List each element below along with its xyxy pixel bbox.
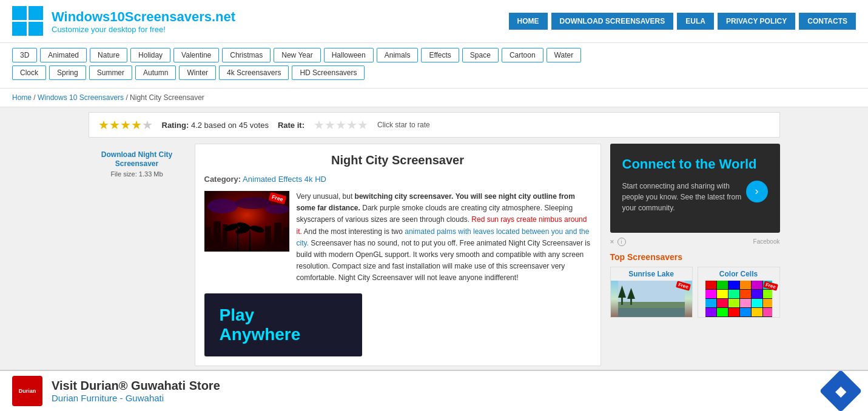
rating-stars-display: ★★★★★: [98, 118, 153, 132]
contacts-button[interactable]: CONTACTS: [799, 13, 856, 30]
svg-rect-8: [204, 227, 210, 246]
rating-votes: 45: [239, 121, 247, 130]
svg-rect-40: [705, 299, 716, 307]
screensaver-card-color: Color Cells: [698, 267, 780, 318]
logo-text: Windows10Screensavers.net Customize your…: [52, 9, 235, 34]
cat-holiday[interactable]: Holiday: [130, 48, 170, 62]
svg-rect-28: [705, 281, 716, 289]
svg-rect-42: [728, 299, 739, 307]
category-label: Category:: [204, 175, 241, 184]
category-line: Category: Animated Effects 4k HD: [204, 175, 591, 184]
ad-controls: × i: [610, 238, 626, 246]
connect-arrow-button[interactable]: ›: [746, 181, 768, 202]
breadcrumb: Home / Windows 10 Screensavers / Night C…: [0, 89, 868, 107]
screensaver-block: Free Very unusual, but bewitching city s…: [204, 191, 591, 284]
svg-rect-50: [752, 308, 762, 316]
svg-rect-47: [717, 308, 728, 316]
cat-christmas[interactable]: Christmas: [222, 48, 271, 62]
svg-rect-2: [12, 22, 27, 36]
download-link[interactable]: Download Night City Screensaver: [101, 150, 172, 168]
play-anywhere-banner: PlayAnywhere: [204, 293, 362, 356]
svg-rect-9: [214, 221, 221, 246]
connect-title: Connect to the World: [622, 156, 768, 173]
cat-link-4k[interactable]: 4k: [304, 175, 313, 184]
cat-cartoon[interactable]: Cartoon: [502, 48, 543, 62]
site-title: Windows10Screensavers.net: [52, 9, 235, 25]
logo-area: Windows10Screensavers.net Customize your…: [12, 6, 235, 36]
color-cells-image: Free: [698, 281, 779, 317]
ad-info-button[interactable]: i: [617, 238, 626, 246]
ad-close-button[interactable]: ×: [610, 238, 614, 246]
rating-label: Rating:: [162, 121, 189, 130]
cat-link-hd[interactable]: HD: [315, 175, 326, 184]
breadcrumb-home[interactable]: Home: [12, 93, 32, 102]
breadcrumb-current: Night City Screensaver: [130, 93, 204, 102]
color-cells-title[interactable]: Color Cells: [698, 267, 779, 281]
cat-animals[interactable]: Animals: [377, 48, 419, 62]
cat-link-animated[interactable]: Animated: [243, 175, 276, 184]
svg-rect-36: [728, 290, 739, 298]
svg-rect-45: [763, 299, 772, 307]
svg-point-5: [207, 199, 238, 213]
cat-autumn[interactable]: Autumn: [135, 65, 176, 80]
svg-rect-30: [728, 281, 739, 289]
screensaver-thumbnail: Free: [204, 191, 289, 284]
thumbnail-image: Free: [204, 191, 289, 252]
svg-rect-38: [752, 290, 762, 298]
svg-rect-3: [29, 22, 43, 36]
screensaver-card-sunrise: Sunrise Lake Free: [610, 267, 693, 318]
category-bar: 3D Animated Nature Holiday Valentine Chr…: [0, 43, 868, 89]
svg-rect-44: [752, 299, 762, 307]
home-button[interactable]: HOME: [509, 13, 548, 30]
cat-clock[interactable]: Clock: [12, 65, 46, 80]
category-row-2: Clock Spring Summer Autumn Winter 4k Scr…: [12, 65, 856, 80]
windows-logo-icon: [12, 6, 45, 36]
category-row-1: 3D Animated Nature Holiday Valentine Chr…: [12, 48, 856, 62]
cat-nature[interactable]: Nature: [90, 48, 127, 62]
rating-score: 4.2: [191, 121, 202, 130]
sunrise-lake-title[interactable]: Sunrise Lake: [611, 267, 692, 281]
svg-rect-11: [265, 226, 271, 246]
download-button[interactable]: DOWNLOAD SCREENSAVERS: [551, 13, 674, 30]
rating-based: based on: [204, 121, 237, 130]
eula-button[interactable]: EULA: [677, 13, 714, 30]
svg-rect-32: [752, 281, 762, 289]
svg-rect-29: [717, 281, 728, 289]
site-subtitle: Customize your desktop for free!: [52, 25, 235, 34]
cat-link-effects[interactable]: Effects: [278, 175, 303, 184]
svg-rect-35: [717, 290, 728, 298]
privacy-button[interactable]: PRIVACY POLICY: [718, 13, 795, 30]
cat-hd[interactable]: HD Screensavers: [292, 65, 365, 80]
download-box: Download Night City Screensaver File siz…: [89, 144, 186, 184]
cat-animated[interactable]: Animated: [40, 48, 87, 62]
cat-water[interactable]: Water: [547, 48, 582, 62]
connect-box: Connect to the World Start connecting an…: [610, 144, 780, 233]
cat-effects[interactable]: Effects: [421, 48, 459, 62]
svg-rect-34: [705, 290, 716, 298]
cat-winter[interactable]: Winter: [179, 65, 216, 80]
click-star-label: Click star to rate: [377, 121, 430, 129]
svg-rect-46: [705, 308, 716, 316]
breadcrumb-windows10[interactable]: Windows 10 Screensavers: [38, 93, 124, 102]
cat-new-year[interactable]: New Year: [274, 48, 320, 62]
cat-valentine[interactable]: Valentine: [173, 48, 219, 62]
sunrise-lake-image: Free: [611, 281, 692, 317]
cat-4k[interactable]: 4k Screensavers: [219, 65, 289, 80]
ad-footer: × i Facebook: [610, 238, 780, 246]
cat-halloween[interactable]: Halloween: [324, 48, 374, 62]
rate-stars[interactable]: ★★★★★: [314, 118, 368, 132]
file-size: File size: 1.33 Mb: [95, 170, 180, 178]
svg-rect-51: [763, 308, 772, 316]
cat-summer[interactable]: Summer: [89, 65, 132, 80]
play-anywhere-title: PlayAnywhere: [220, 306, 347, 344]
rating-wrapper: ★★★★★ Rating: 4.2 based on 45 votes Rate…: [76, 107, 792, 138]
cat-3d[interactable]: 3D: [12, 48, 37, 62]
cat-spring[interactable]: Spring: [49, 65, 86, 80]
cat-space[interactable]: Space: [462, 48, 499, 62]
rating-bar: ★★★★★ Rating: 4.2 based on 45 votes Rate…: [89, 112, 780, 138]
svg-rect-1: [29, 6, 43, 20]
svg-rect-49: [740, 308, 751, 316]
svg-point-7: [265, 204, 289, 214]
facebook-label: Facebook: [753, 238, 780, 245]
svg-rect-37: [740, 290, 751, 298]
